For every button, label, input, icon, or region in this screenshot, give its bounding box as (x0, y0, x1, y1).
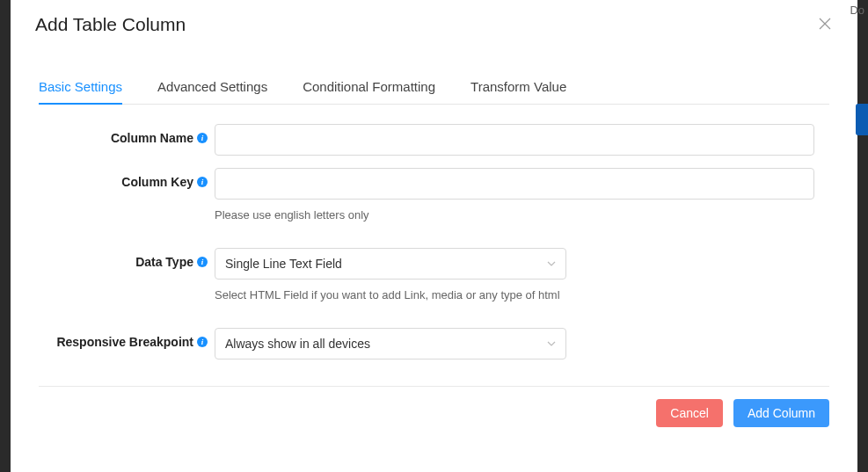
modal-header: Add Table Column (11, 0, 857, 49)
data-type-value: Single Line Text Field (225, 257, 342, 271)
tab-bar: Basic Settings Advanced Settings Conditi… (39, 70, 829, 105)
tab-transform-value[interactable]: Transform Value (470, 70, 566, 105)
label-text-responsive-breakpoint: Responsive Breakpoint (56, 335, 193, 349)
cancel-button[interactable]: Cancel (656, 399, 723, 427)
responsive-breakpoint-value: Always show in all devices (225, 337, 370, 351)
data-type-select[interactable]: Single Line Text Field (215, 248, 566, 280)
field-row-responsive-breakpoint: Responsive Breakpoint i Always show in a… (39, 328, 829, 359)
column-key-input[interactable] (215, 168, 814, 200)
info-icon[interactable]: i (197, 177, 208, 187)
background-partial-button (856, 104, 868, 135)
help-text-data-type: Select HTML Field if you want to add Lin… (215, 288, 829, 301)
background-truncated-text: Do (850, 4, 864, 17)
input-col-responsive-breakpoint: Always show in all devices (215, 328, 829, 359)
label-column-name: Column Name i (39, 124, 215, 145)
close-icon (819, 18, 831, 33)
field-row-data-type: Data Type i Single Line Text Field Selec… (39, 248, 829, 316)
field-row-column-key: Column Key i Please use english letters … (39, 168, 829, 236)
help-text-column-key: Please use english letters only (215, 208, 829, 221)
info-icon[interactable]: i (197, 257, 208, 267)
form-basic-settings: Column Name i Column Key i Please use en… (39, 105, 829, 387)
add-column-button[interactable]: Add Column (733, 399, 829, 427)
input-col-data-type: Single Line Text Field Select HTML Field… (215, 248, 829, 316)
label-column-key: Column Key i (39, 168, 215, 189)
label-text-data-type: Data Type (135, 255, 193, 269)
data-type-select-wrap: Single Line Text Field (215, 248, 566, 280)
label-data-type: Data Type i (39, 248, 215, 269)
tab-conditional-formatting[interactable]: Conditional Formatting (303, 70, 435, 105)
label-text-column-name: Column Name (111, 131, 193, 145)
tab-basic-settings[interactable]: Basic Settings (39, 70, 122, 105)
input-col-column-key: Please use english letters only (215, 168, 829, 236)
info-icon[interactable]: i (197, 133, 208, 143)
info-icon[interactable]: i (197, 337, 208, 347)
close-button[interactable] (817, 17, 833, 33)
column-name-input[interactable] (215, 124, 814, 156)
responsive-breakpoint-select-wrap: Always show in all devices (215, 328, 566, 359)
label-text-column-key: Column Key (121, 175, 193, 189)
modal-body: Basic Settings Advanced Settings Conditi… (11, 70, 857, 387)
modal-footer: Cancel Add Column (11, 387, 857, 439)
input-col-column-name (215, 124, 829, 156)
modal-title: Add Table Column (35, 14, 186, 35)
responsive-breakpoint-select[interactable]: Always show in all devices (215, 328, 566, 359)
field-row-column-name: Column Name i (39, 124, 829, 156)
label-responsive-breakpoint: Responsive Breakpoint i (39, 328, 215, 349)
add-table-column-modal: Add Table Column Basic Settings Advanced… (11, 0, 857, 472)
tab-advanced-settings[interactable]: Advanced Settings (157, 70, 267, 105)
